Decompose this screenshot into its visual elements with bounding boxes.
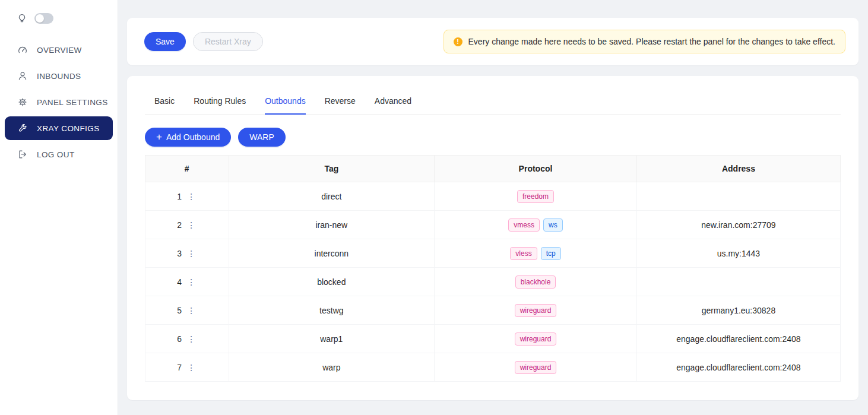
- row-menu-icon[interactable]: ⋮: [186, 248, 197, 259]
- row-number: 6: [177, 334, 182, 344]
- inbounds-user-icon: [17, 71, 27, 81]
- tag-cell: testwg: [229, 296, 435, 325]
- lightbulb-icon: [17, 14, 27, 23]
- row-number-cell: 1⋮: [145, 182, 229, 211]
- sidebar-item-label: OVERVIEW: [37, 46, 82, 55]
- row-menu-icon[interactable]: ⋮: [186, 220, 197, 230]
- sidebar-item-xray-configs[interactable]: XRAY CONFIGS: [5, 116, 113, 140]
- protocol-badge: wireguard: [515, 304, 557, 317]
- protocol-badge: vmess: [508, 218, 540, 232]
- column-header-num: #: [145, 156, 229, 182]
- warning-alert-text: Every change made here needs to be saved…: [468, 37, 835, 46]
- sidebar-item-label: XRAY CONFIGS: [37, 124, 100, 133]
- protocol-cell: wireguard: [435, 353, 637, 382]
- table-row: 6⋮warp1wireguardengage.cloudflareclient.…: [145, 325, 841, 353]
- tag-cell: iran-new: [229, 211, 435, 239]
- xray-configs-card: BasicRouting RulesOutboundsReverseAdvanc…: [127, 76, 859, 400]
- address-cell: engage.cloudflareclient.com:2408: [636, 353, 840, 382]
- tag-cell: direct: [229, 182, 435, 211]
- row-menu-icon[interactable]: ⋮: [186, 277, 197, 287]
- outbounds-table: #TagProtocolAddress 1⋮directfreedom2⋮ira…: [145, 155, 841, 382]
- table-row: 5⋮testwgwireguardgermany1.eu:30828: [145, 296, 841, 325]
- protocol-cell: wireguard: [435, 325, 637, 353]
- row-menu-icon[interactable]: ⋮: [186, 334, 197, 344]
- outbound-actions: + Add Outbound WARP: [145, 128, 841, 147]
- dashboard-icon: [17, 45, 27, 55]
- column-header-protocol: Protocol: [435, 156, 637, 182]
- warp-button[interactable]: WARP: [238, 128, 285, 147]
- row-number: 3: [177, 249, 182, 258]
- add-outbound-button[interactable]: + Add Outbound: [145, 128, 231, 147]
- table-row: 3⋮interconnvlesstcpus.my:1443: [145, 239, 841, 268]
- tab-basic[interactable]: Basic: [154, 93, 175, 115]
- row-number-cell: 6⋮: [145, 325, 229, 353]
- protocol-cell: vmessws: [435, 211, 637, 239]
- sidebar-item-overview[interactable]: OVERVIEW: [0, 38, 118, 62]
- sidebar-item-label: PANEL SETTINGS: [37, 98, 108, 107]
- save-button[interactable]: Save: [144, 32, 186, 51]
- protocol-badge: ws: [543, 218, 563, 232]
- warning-alert: ! Every change made here needs to be sav…: [443, 30, 845, 53]
- table-row: 2⋮iran-newvmesswsnew.iran.com:27709: [145, 211, 841, 239]
- row-number-cell: 5⋮: [145, 296, 229, 325]
- toolbar-card: Save Restart Xray ! Every change made he…: [127, 18, 859, 65]
- protocol-badge: blackhole: [515, 275, 556, 289]
- row-number-cell: 2⋮: [145, 211, 229, 239]
- sidebar-item-panel-settings[interactable]: PANEL SETTINGS: [0, 90, 118, 114]
- row-number: 1: [177, 192, 182, 201]
- theme-toggle[interactable]: [34, 13, 53, 24]
- protocol-cell: vlesstcp: [435, 239, 637, 268]
- tag-cell: interconn: [229, 239, 435, 268]
- row-menu-icon[interactable]: ⋮: [186, 191, 197, 202]
- sidebar-menu: OVERVIEWINBOUNDSPANEL SETTINGSXRAY CONFI…: [0, 38, 118, 166]
- logout-icon: [17, 150, 27, 159]
- sidebar-item-inbounds[interactable]: INBOUNDS: [0, 64, 118, 88]
- column-header-tag: Tag: [229, 156, 435, 182]
- row-menu-icon[interactable]: ⋮: [186, 305, 197, 316]
- tab-reverse[interactable]: Reverse: [325, 93, 356, 115]
- tab-advanced[interactable]: Advanced: [375, 93, 411, 115]
- row-number-cell: 4⋮: [145, 268, 229, 296]
- sidebar-item-label: LOG OUT: [37, 150, 75, 159]
- sidebar-item-log-out[interactable]: LOG OUT: [0, 142, 118, 166]
- address-cell: new.iran.com:27709: [636, 211, 840, 239]
- protocol-badge: tcp: [541, 247, 561, 260]
- row-number: 2: [177, 220, 182, 230]
- column-header-address: Address: [636, 156, 840, 182]
- protocol-cell: blackhole: [435, 268, 637, 296]
- table-row: 1⋮directfreedom: [145, 182, 841, 211]
- tag-cell: blocked: [229, 268, 435, 296]
- protocol-badge: vless: [510, 247, 537, 260]
- toolbar-buttons: Save Restart Xray: [144, 32, 263, 51]
- table-header-row: #TagProtocolAddress: [145, 156, 841, 182]
- row-number-cell: 7⋮: [145, 353, 229, 382]
- restart-xray-button[interactable]: Restart Xray: [193, 32, 263, 51]
- tag-cell: warp1: [229, 325, 435, 353]
- row-number: 4: [177, 277, 182, 287]
- tab-outbounds[interactable]: Outbounds: [265, 93, 306, 115]
- table-row: 4⋮blockedblackhole: [145, 268, 841, 296]
- address-cell: us.my:1443: [636, 239, 840, 268]
- tab-routing-rules[interactable]: Routing Rules: [194, 93, 246, 115]
- protocol-cell: freedom: [435, 182, 637, 211]
- address-cell: germany1.eu:30828: [636, 296, 840, 325]
- wrench-icon: [17, 123, 27, 133]
- add-outbound-label: Add Outbound: [166, 132, 220, 142]
- sidebar: OVERVIEWINBOUNDSPANEL SETTINGSXRAY CONFI…: [0, 0, 118, 415]
- sidebar-item-label: INBOUNDS: [37, 72, 81, 81]
- toggle-knob: [36, 14, 44, 23]
- address-cell: engage.cloudflareclient.com:2408: [636, 325, 840, 353]
- row-menu-icon[interactable]: ⋮: [186, 362, 197, 373]
- main-area: Save Restart Xray ! Every change made he…: [118, 0, 868, 415]
- protocol-cell: wireguard: [435, 296, 637, 325]
- row-number: 7: [177, 363, 182, 372]
- row-number-cell: 3⋮: [145, 239, 229, 268]
- config-tabs: BasicRouting RulesOutboundsReverseAdvanc…: [145, 93, 841, 115]
- protocol-badge: wireguard: [515, 361, 557, 374]
- address-cell: [636, 268, 840, 296]
- gear-icon: [17, 97, 27, 107]
- protocol-badge: wireguard: [515, 332, 557, 346]
- protocol-badge: freedom: [517, 190, 554, 203]
- tag-cell: warp: [229, 353, 435, 382]
- row-number: 5: [177, 306, 182, 315]
